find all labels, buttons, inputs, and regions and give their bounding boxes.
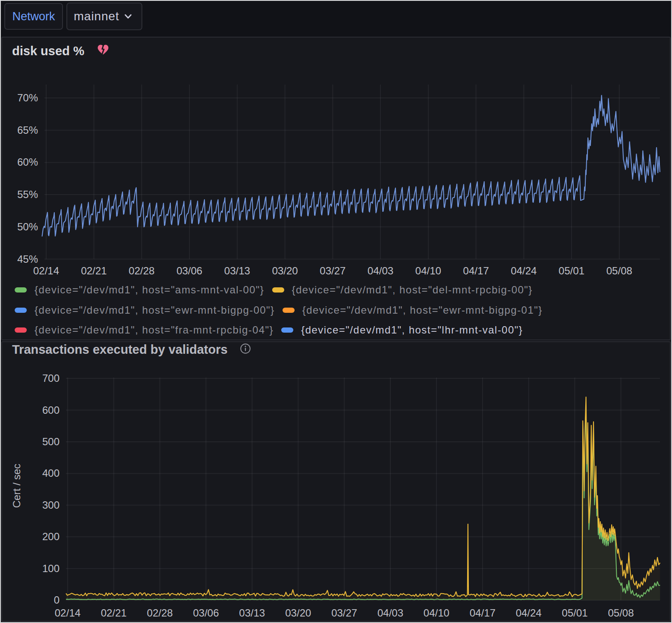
svg-text:05/01: 05/01 bbox=[559, 265, 584, 277]
svg-text:03/20: 03/20 bbox=[272, 265, 298, 277]
svg-text:03/06: 03/06 bbox=[176, 265, 202, 277]
svg-text:600: 600 bbox=[42, 404, 60, 416]
svg-text:02/14: 02/14 bbox=[55, 607, 81, 619]
svg-text:05/08: 05/08 bbox=[608, 607, 634, 619]
svg-text:02/14: 02/14 bbox=[33, 265, 59, 277]
svg-text:03/20: 03/20 bbox=[285, 607, 311, 619]
svg-text:02/28: 02/28 bbox=[129, 265, 154, 277]
svg-text:50%: 50% bbox=[17, 221, 38, 233]
svg-text:02/28: 02/28 bbox=[147, 607, 173, 619]
svg-text:03/06: 03/06 bbox=[193, 607, 219, 619]
svg-text:03/13: 03/13 bbox=[224, 265, 250, 277]
svg-text:04/17: 04/17 bbox=[463, 265, 489, 277]
svg-text:200: 200 bbox=[42, 531, 60, 542]
svg-text:05/01: 05/01 bbox=[562, 607, 588, 619]
svg-text:0: 0 bbox=[54, 594, 60, 606]
svg-text:04/24: 04/24 bbox=[511, 265, 537, 277]
svg-text:500: 500 bbox=[42, 436, 60, 447]
svg-text:04/03: 04/03 bbox=[377, 607, 403, 619]
svg-text:04/17: 04/17 bbox=[470, 607, 496, 619]
svg-text:04/10: 04/10 bbox=[424, 607, 449, 619]
svg-text:45%: 45% bbox=[17, 253, 38, 265]
svg-text:04/24: 04/24 bbox=[516, 607, 542, 619]
svg-text:03/27: 03/27 bbox=[320, 265, 345, 277]
svg-text:05/08: 05/08 bbox=[606, 265, 632, 277]
svg-text:02/21: 02/21 bbox=[81, 265, 107, 277]
svg-text:65%: 65% bbox=[17, 124, 38, 136]
svg-text:700: 700 bbox=[42, 372, 60, 384]
svg-text:400: 400 bbox=[42, 467, 60, 479]
svg-text:03/13: 03/13 bbox=[239, 607, 265, 619]
svg-text:100: 100 bbox=[42, 563, 60, 574]
svg-text:70%: 70% bbox=[17, 92, 38, 104]
svg-text:55%: 55% bbox=[17, 189, 38, 200]
svg-text:04/10: 04/10 bbox=[415, 265, 441, 277]
svg-text:03/27: 03/27 bbox=[331, 607, 357, 619]
svg-text:60%: 60% bbox=[17, 156, 38, 168]
svg-text:04/03: 04/03 bbox=[367, 265, 393, 277]
svg-text:300: 300 bbox=[42, 499, 60, 511]
svg-text:02/21: 02/21 bbox=[101, 607, 127, 619]
